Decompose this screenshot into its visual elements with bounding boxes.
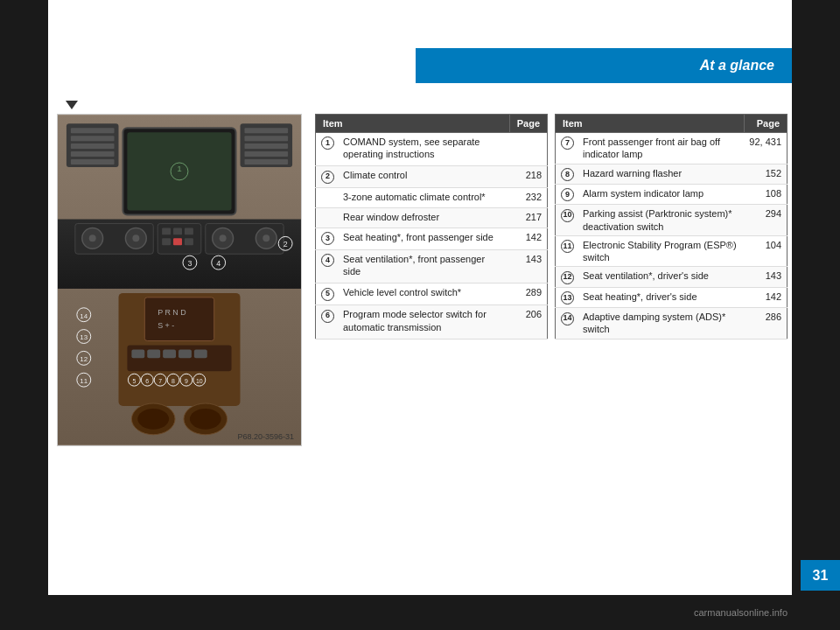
svg-text:P R N D: P R N D bbox=[158, 308, 186, 317]
item-page: 104 bbox=[744, 235, 787, 267]
left-margin bbox=[0, 0, 48, 595]
svg-rect-29 bbox=[185, 238, 193, 245]
item-page: 142 bbox=[744, 287, 787, 307]
item-text: Electronic Stability Program (ESP®) swit… bbox=[578, 235, 744, 267]
svg-rect-12 bbox=[244, 159, 288, 164]
table-row: 13 Seat heating*, driver's side 142 bbox=[556, 287, 788, 307]
svg-rect-5 bbox=[71, 151, 115, 157]
item-page: 152 bbox=[744, 164, 787, 184]
table-row: 5 Vehicle level control switch* 289 bbox=[316, 284, 548, 305]
svg-rect-47 bbox=[147, 349, 160, 358]
page-number-box: 31 bbox=[801, 560, 840, 591]
svg-text:3: 3 bbox=[187, 259, 192, 268]
svg-rect-25 bbox=[173, 228, 182, 234]
item-text: Seat ventilation*, driver's side bbox=[578, 267, 744, 287]
svg-rect-27 bbox=[162, 238, 171, 245]
svg-rect-48 bbox=[163, 349, 176, 358]
svg-rect-9 bbox=[244, 136, 288, 141]
svg-point-34 bbox=[262, 234, 270, 242]
svg-rect-46 bbox=[131, 349, 144, 358]
table-row: 7 Front passenger front air bag off indi… bbox=[556, 133, 788, 164]
item-text: Seat heating*, driver's side bbox=[578, 287, 744, 307]
item-text: Seat heating*, front passenger side bbox=[338, 228, 509, 250]
item-num: 5 bbox=[316, 284, 339, 305]
svg-text:2: 2 bbox=[284, 240, 288, 248]
item-text: Vehicle level control switch* bbox=[338, 284, 509, 305]
table-row: 3-zone automatic climate control* 232 bbox=[316, 188, 548, 208]
item-num: 11 bbox=[556, 235, 578, 267]
table-row: 2 Climate control 218 bbox=[316, 166, 548, 188]
item-num bbox=[316, 188, 339, 208]
svg-text:5: 5 bbox=[132, 378, 136, 384]
item-num: 10 bbox=[556, 205, 578, 236]
svg-rect-2 bbox=[71, 128, 115, 133]
right-table-page-header: Page bbox=[744, 115, 787, 133]
svg-rect-11 bbox=[244, 151, 288, 157]
table-row: 6 Program mode selector switch for autom… bbox=[316, 305, 548, 339]
item-num: 1 bbox=[316, 133, 339, 166]
car-image: 1 bbox=[57, 114, 302, 446]
svg-text:10: 10 bbox=[196, 378, 203, 384]
item-num: 8 bbox=[556, 164, 578, 184]
item-text: Rear window defroster bbox=[338, 208, 509, 228]
svg-text:1: 1 bbox=[177, 164, 182, 173]
svg-rect-10 bbox=[244, 144, 288, 149]
item-text: Alarm system indicator lamp bbox=[578, 184, 744, 204]
svg-text:4: 4 bbox=[216, 259, 220, 268]
item-page: 218 bbox=[509, 166, 547, 188]
item-text: 3-zone automatic climate control* bbox=[338, 188, 509, 208]
table-row: 8 Hazard warning flasher 152 bbox=[556, 164, 788, 184]
right-table: Item Page 7 Front passenger front air ba… bbox=[555, 114, 788, 340]
item-num: 9 bbox=[556, 184, 578, 204]
table-row: 3 Seat heating*, front passenger side 14… bbox=[316, 228, 548, 250]
item-num: 6 bbox=[316, 305, 339, 339]
svg-text:8: 8 bbox=[172, 378, 175, 384]
header-banner: At a glance bbox=[416, 48, 792, 83]
bottom-bar: carmanualsonline.info bbox=[0, 595, 840, 630]
svg-point-74 bbox=[190, 409, 221, 430]
table-row: 11 Electronic Stability Program (ESP®) s… bbox=[556, 235, 788, 267]
website-text: carmanualsonline.info bbox=[694, 607, 788, 618]
item-num bbox=[316, 208, 339, 228]
table-row: 1 COMAND system, see separate operating … bbox=[316, 133, 548, 166]
svg-rect-8 bbox=[244, 128, 288, 133]
svg-rect-28 bbox=[173, 238, 182, 245]
svg-rect-50 bbox=[194, 349, 207, 358]
header-title: At a glance bbox=[700, 58, 774, 74]
item-num: 4 bbox=[316, 250, 339, 284]
left-table-page-header: Page bbox=[509, 115, 547, 133]
table-row: 14 Adaptive damping system (ADS)* switch… bbox=[556, 308, 788, 340]
svg-rect-26 bbox=[185, 228, 193, 234]
svg-point-20 bbox=[89, 234, 96, 242]
svg-text:12: 12 bbox=[80, 355, 88, 363]
item-text: Climate control bbox=[338, 166, 509, 188]
svg-text:S + -: S + - bbox=[158, 321, 174, 330]
svg-rect-42 bbox=[144, 298, 214, 341]
item-text: COMAND system, see separate operating in… bbox=[338, 133, 509, 166]
item-page bbox=[509, 133, 547, 166]
svg-rect-49 bbox=[178, 349, 192, 358]
item-text: Hazard warning flasher bbox=[578, 164, 744, 184]
item-page: 143 bbox=[744, 267, 787, 287]
item-page: 142 bbox=[509, 228, 547, 250]
down-arrow-icon bbox=[66, 101, 78, 109]
svg-text:14: 14 bbox=[80, 312, 88, 320]
item-num: 7 bbox=[556, 133, 578, 164]
table-row: 12 Seat ventilation*, driver's side 143 bbox=[556, 267, 788, 287]
item-num: 2 bbox=[316, 166, 339, 188]
item-page: 289 bbox=[509, 284, 547, 305]
svg-point-73 bbox=[137, 409, 169, 430]
svg-text:7: 7 bbox=[158, 378, 162, 384]
image-caption: P68.20-3596-31 bbox=[237, 432, 294, 441]
svg-text:9: 9 bbox=[185, 378, 188, 384]
left-table: Item Page 1 COMAND system, see separate … bbox=[315, 114, 548, 340]
item-page: 217 bbox=[509, 208, 547, 228]
table-row: 10 Parking assist (Parktronic system)* d… bbox=[556, 205, 788, 236]
item-num: 13 bbox=[556, 287, 578, 307]
svg-rect-24 bbox=[162, 228, 171, 234]
item-page: 294 bbox=[744, 205, 787, 236]
item-page: 206 bbox=[509, 305, 547, 339]
right-table-item-header: Item bbox=[556, 115, 745, 133]
svg-point-32 bbox=[220, 234, 227, 242]
item-num: 3 bbox=[316, 228, 339, 250]
